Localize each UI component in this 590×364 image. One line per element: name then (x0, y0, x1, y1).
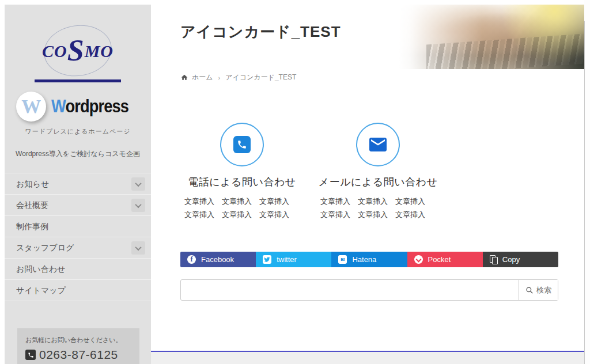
cosmo-logo: COSMO (29, 25, 127, 77)
phone-card-text: 文章挿入 文章挿入 文章挿入 文章挿入 文章挿入 文章挿入 (180, 195, 304, 222)
mail-contact-card: メールによる問い合わせ 文章挿入 文章挿入 文章挿入 文章挿入 文章挿入 文章挿… (316, 123, 440, 222)
contact-phone-row[interactable]: 0263-87-6125 (25, 348, 131, 362)
share-pocket-button[interactable]: Pocket (407, 252, 483, 267)
search-input[interactable] (181, 280, 519, 300)
breadcrumb: ホーム › アイコンカード_TEST (180, 73, 296, 82)
share-facebook-button[interactable]: f Facebook (180, 252, 256, 267)
footer-area (151, 352, 584, 364)
search-button[interactable]: 検索 (519, 280, 558, 300)
main-content: アイコンカード_TEST ホーム › アイコンカード_TEST 電話による問い合… (151, 5, 584, 364)
sidebar-item-news[interactable]: お知らせ (5, 173, 151, 195)
sidebar-item-company[interactable]: 会社概要 (5, 195, 151, 216)
sidebar-menu: お知らせ 会社概要 制作事例 スタッフブログ お問い合わせ サイトマップ (5, 173, 151, 301)
scrollbar-track-line (584, 21, 585, 364)
phone-card-label: 電話による問い合わせ (180, 175, 304, 189)
sidebar-tagline-2: Wordpress導入をご検討ならコスモ企画 (5, 149, 151, 159)
sidebar-item-works[interactable]: 制作事例 (5, 216, 151, 237)
phone-contact-card: 電話による問い合わせ 文章挿入 文章挿入 文章挿入 文章挿入 文章挿入 文章挿入 (180, 123, 304, 222)
mail-card-label: メールによる問い合わせ (316, 175, 440, 189)
chevron-down-icon[interactable] (131, 177, 145, 191)
home-icon (180, 74, 188, 81)
contact-phone-number[interactable]: 0263-87-6125 (39, 348, 118, 362)
sidebar: COSMO W Wordpress ワードプレスによるホームページ Wordpr… (5, 5, 151, 364)
share-copy-button[interactable]: Copy (483, 252, 558, 267)
cosmo-logo-part2: S (67, 34, 85, 67)
sidebar-item-staff-blog[interactable]: スタッフブログ (5, 237, 151, 259)
wordpress-circle-icon: W (16, 92, 46, 122)
sidebar-item-sitemap[interactable]: サイトマップ (5, 280, 151, 301)
mail-card-text: 文章挿入 文章挿入 文章挿入 文章挿入 文章挿入 文章挿入 (316, 195, 440, 222)
search-icon (525, 286, 534, 294)
cosmo-logo-part3: MO (85, 41, 114, 60)
contact-box: お気軽にお問い合わせください。 0263-87-6125 受付時間 9:00～1… (17, 328, 139, 364)
wordpress-wordmark: Wordpress (51, 96, 128, 117)
logo-underline-bar (35, 79, 121, 82)
pocket-icon (414, 255, 423, 264)
hatena-icon: B! (338, 255, 347, 264)
icon-cards-row: 電話による問い合わせ 文章挿入 文章挿入 文章挿入 文章挿入 文章挿入 文章挿入… (180, 123, 440, 222)
phone-square-icon (25, 350, 36, 360)
page-title: アイコンカード_TEST (180, 22, 341, 42)
breadcrumb-separator: › (218, 74, 221, 81)
contact-note: お気軽にお問い合わせください。 (25, 336, 131, 344)
mail-icon (368, 134, 388, 155)
share-hatena-button[interactable]: B! Hatena (331, 252, 407, 267)
chevron-down-icon[interactable] (131, 199, 145, 212)
chevron-down-icon[interactable] (131, 241, 145, 255)
phone-card-circle (220, 123, 264, 166)
copy-icon (490, 255, 497, 264)
search-bar: 検索 (180, 279, 558, 301)
sidebar-tagline-1: ワードプレスによるホームページ (5, 127, 151, 136)
facebook-icon: f (187, 255, 196, 264)
mail-card-circle (356, 123, 400, 166)
phone-icon (233, 136, 251, 153)
header-keyboard-photo (399, 5, 584, 69)
sidebar-item-contact[interactable]: お問い合わせ (5, 259, 151, 280)
twitter-icon (263, 255, 271, 264)
breadcrumb-current: アイコンカード_TEST (225, 73, 296, 82)
cosmo-logo-text: COSMO (29, 25, 127, 77)
page-scrollbar[interactable] (584, 0, 590, 364)
share-twitter-button[interactable]: twitter (256, 252, 331, 267)
cosmo-logo-part1: CO (42, 41, 67, 60)
breadcrumb-home-link[interactable]: ホーム (180, 73, 213, 82)
wordpress-logo: W Wordpress (5, 92, 151, 122)
share-buttons-row: f Facebook twitter B! Hatena Pocket Copy (180, 252, 558, 267)
